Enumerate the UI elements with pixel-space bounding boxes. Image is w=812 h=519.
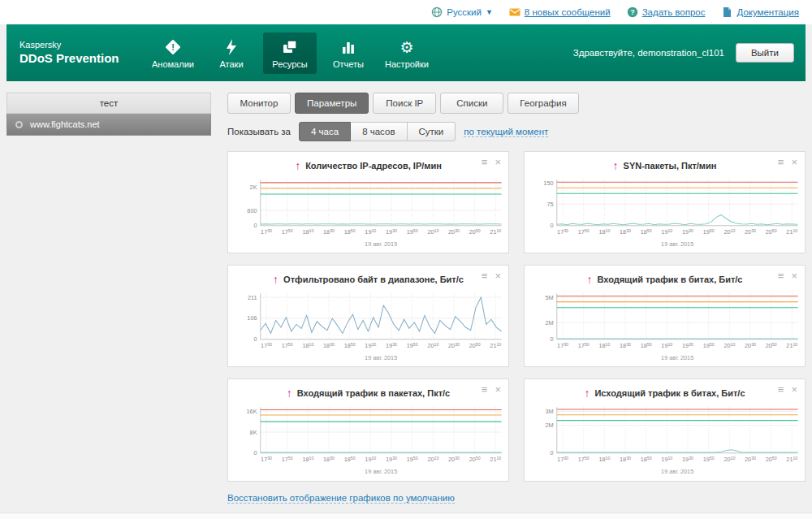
documentation-label: Документация	[736, 7, 799, 17]
content-area: Монитор Параметры Поиск IP Списки Геогра…	[227, 93, 806, 511]
chart-close-icon[interactable]: ×	[791, 157, 797, 167]
chart-panel-actions: ≡ ×	[482, 157, 501, 167]
svg-text:1850: 1850	[641, 228, 652, 236]
chart-panel-actions: ≡ ×	[482, 384, 501, 395]
anomaly-diamond-icon: !	[164, 38, 182, 56]
svg-text:1830: 1830	[620, 342, 631, 349]
chart-panel-header: ↑ SYN-пакеты, Пкт/мин ≡ ×	[525, 152, 805, 173]
current-moment-link[interactable]: по текущий момент	[464, 127, 548, 137]
svg-text:3M: 3M	[545, 408, 553, 415]
envelope-icon	[509, 6, 520, 18]
messages-label: 8 новых сообщений	[525, 7, 611, 17]
nav-label: Отчеты	[333, 59, 364, 69]
svg-text:1730: 1730	[261, 228, 272, 236]
chart-menu-icon[interactable]: ≡	[482, 270, 488, 281]
nav-item-anomalies[interactable]: ! Аномалии	[146, 32, 200, 74]
language-selector[interactable]: Русский ▼	[431, 6, 493, 18]
resource-sidebar: тест www.fightcats.net	[6, 93, 211, 511]
svg-text:2030: 2030	[745, 456, 756, 464]
chart-panel: ↑ Отфильтровано байт в диапазоне, Бит/с …	[227, 265, 509, 367]
nav-item-settings[interactable]: ⚙ Настройки	[380, 32, 434, 74]
svg-text:0: 0	[253, 222, 257, 229]
svg-text:2110: 2110	[490, 228, 501, 236]
chart-close-icon[interactable]: ×	[791, 270, 797, 281]
chart-close-icon[interactable]: ×	[495, 270, 501, 281]
chart-panel-header: ↑ Входящий трафик в пакетах, Пкт/с ≡ ×	[228, 379, 508, 400]
svg-text:2030: 2030	[745, 342, 756, 349]
svg-text:1810: 1810	[302, 342, 313, 349]
svg-text:2050: 2050	[766, 342, 777, 349]
top-utility-bar: Русский ▼ 8 новых сообщений ? Задать воп…	[0, 0, 812, 24]
tab-parameters[interactable]: Параметры	[295, 93, 369, 114]
tab-geography[interactable]: География	[508, 93, 578, 114]
bar-chart-icon	[339, 38, 357, 56]
chart-plot: 08K16K1730175018101830185019101930195020…	[228, 400, 508, 478]
nav-label: Атаки	[219, 59, 243, 69]
svg-text:1830: 1830	[323, 342, 335, 349]
range-8h-button[interactable]: 8 часов	[351, 122, 407, 141]
chart-close-icon[interactable]: ×	[495, 384, 501, 395]
nav-item-resources[interactable]: Ресурсы	[263, 32, 317, 74]
svg-text:1950: 1950	[407, 456, 418, 464]
chart-menu-icon[interactable]: ≡	[778, 157, 784, 167]
svg-text:2030: 2030	[745, 228, 756, 236]
svg-text:1730: 1730	[557, 228, 568, 236]
chart-menu-icon[interactable]: ≡	[778, 384, 784, 395]
sidebar-item-resource[interactable]: www.fightcats.net	[6, 114, 211, 136]
chart-panel-actions: ≡ ×	[778, 157, 797, 167]
chart-panel: ↑ Количество IP-адресов, IP/мин ≡ × 0800…	[227, 151, 509, 253]
charts-grid: ↑ Количество IP-адресов, IP/мин ≡ × 0800…	[227, 151, 806, 482]
svg-text:1950: 1950	[407, 228, 418, 236]
svg-text:1910: 1910	[365, 342, 376, 349]
chart-panel-header: ↑ Исходящий трафик в битах, Бит/с ≡ ×	[525, 379, 805, 400]
svg-text:5M: 5M	[545, 294, 553, 301]
nav-item-reports[interactable]: Отчеты	[322, 32, 375, 74]
svg-text:2050: 2050	[469, 342, 481, 349]
main-layout: тест www.fightcats.net Монитор Параметры…	[0, 81, 812, 511]
chart-panel-header: ↑ Количество IP-адресов, IP/мин ≡ ×	[228, 152, 508, 173]
chart-panel-header: ↑ Отфильтровано байт в диапазоне, Бит/с …	[228, 266, 508, 287]
chart-menu-icon[interactable]: ≡	[482, 384, 488, 395]
trend-up-icon: ↑	[613, 161, 619, 171]
tab-ip-search[interactable]: Поиск IP	[373, 93, 436, 114]
svg-text:2110: 2110	[786, 228, 797, 236]
range-4h-button[interactable]: 4 часа	[299, 122, 351, 141]
svg-text:2110: 2110	[490, 342, 501, 349]
svg-text:1850: 1850	[344, 228, 356, 236]
chart-panel: ↑ Входящий трафик в битах, Бит/с ≡ × 02M…	[524, 265, 806, 367]
language-label: Русский	[447, 7, 482, 17]
chart-plot: 0106211173017501810183018501910193019502…	[228, 287, 508, 365]
nav-label: Ресурсы	[272, 59, 307, 69]
chart-close-icon[interactable]: ×	[495, 157, 501, 167]
svg-text:19 авг. 2015: 19 авг. 2015	[661, 468, 693, 475]
tab-lists[interactable]: Списки	[440, 93, 503, 114]
svg-text:1830: 1830	[620, 456, 631, 464]
chart-menu-icon[interactable]: ≡	[778, 270, 784, 281]
svg-text:1810: 1810	[302, 456, 313, 464]
messages-link[interactable]: 8 новых сообщений	[509, 6, 611, 18]
svg-text:1810: 1810	[302, 228, 313, 236]
svg-text:1930: 1930	[682, 456, 693, 464]
brand-line1: Kaspersky	[19, 40, 141, 50]
documentation-link[interactable]: Документация	[721, 6, 799, 18]
svg-text:2010: 2010	[723, 456, 735, 464]
svg-text:1750: 1750	[578, 342, 590, 349]
svg-text:1810: 1810	[598, 228, 610, 236]
ask-question-link[interactable]: ? Задать вопрос	[627, 6, 706, 18]
logout-button[interactable]: Выйти	[736, 43, 794, 63]
svg-text:2110: 2110	[490, 456, 501, 464]
svg-text:8K: 8K	[250, 429, 257, 436]
chart-panel-actions: ≡ ×	[482, 270, 501, 281]
range-day-button[interactable]: Сутки	[408, 122, 456, 141]
reset-charts-link[interactable]: Восстановить отображение графиков по умо…	[227, 493, 455, 504]
trend-up-icon: ↑	[587, 275, 593, 284]
nav-item-attacks[interactable]: Атаки	[205, 32, 258, 74]
svg-text:19 авг. 2015: 19 авг. 2015	[661, 240, 693, 248]
svg-text:1930: 1930	[386, 342, 397, 349]
chart-panel-actions: ≡ ×	[778, 270, 797, 281]
nav-label: Аномалии	[152, 59, 194, 69]
tab-monitor[interactable]: Монитор	[227, 93, 291, 114]
svg-text:2030: 2030	[448, 228, 460, 236]
chart-menu-icon[interactable]: ≡	[482, 157, 488, 167]
chart-close-icon[interactable]: ×	[791, 384, 797, 395]
